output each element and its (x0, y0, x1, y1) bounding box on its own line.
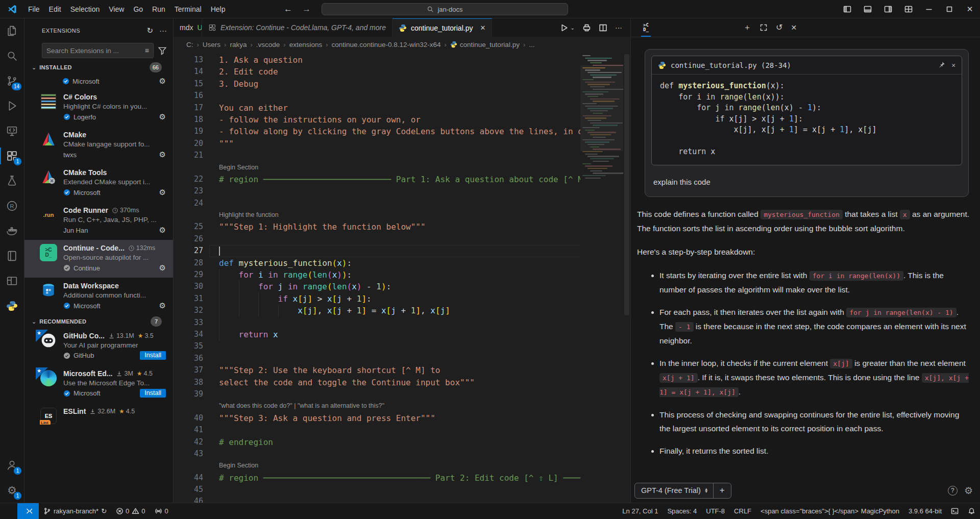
activity-docker[interactable] (0, 218, 24, 243)
activity-accounts[interactable]: 1 (0, 453, 24, 478)
nav-back-icon[interactable]: ← (284, 0, 292, 18)
code-editor[interactable]: 131. Ask a question142. Edit code153. De… (174, 52, 630, 503)
run-python-file-icon[interactable] (560, 23, 569, 32)
tab-mdx[interactable]: mdx U (174, 18, 202, 37)
settings-gear-icon[interactable]: ⚙ (964, 485, 973, 497)
menu-file[interactable]: File (23, 5, 44, 13)
continue-tab[interactable]: >CD_ (640, 18, 652, 37)
extension-item-data-workspace[interactable]: Data WorkspaceAdditional common functi..… (24, 278, 173, 315)
new-session-icon[interactable]: ＋ (743, 23, 751, 32)
menu-edit[interactable]: Edit (44, 5, 66, 13)
status-terminal[interactable] (946, 503, 963, 519)
activity-extensions[interactable]: 1 (0, 143, 24, 168)
status-remote-indicator[interactable] (17, 503, 39, 519)
activity-r-language[interactable]: R (0, 193, 24, 218)
breadcrumb-item[interactable]: Users (203, 41, 220, 48)
close-icon[interactable]: ✕ (791, 23, 797, 32)
layout-aux-icon[interactable] (878, 0, 898, 18)
codelens[interactable]: Begin Section (174, 162, 630, 174)
tab-extension-continue-codellama-gpt-4-and-more[interactable]: Extension: Continue - CodeLlama, GPT-4, … (202, 18, 393, 37)
extensions-search-input[interactable]: Search Extensions in ... ≡ (42, 43, 154, 58)
codelens[interactable]: "what does this code do?" | "what is an … (174, 400, 630, 412)
nav-forward-icon[interactable]: → (302, 0, 311, 18)
activity-notebooks[interactable] (0, 243, 24, 268)
activity-testing[interactable] (0, 168, 24, 193)
menu-selection[interactable]: Selection (66, 5, 105, 13)
status-forwarded-ports[interactable]: 0 (150, 503, 173, 519)
section-installed[interactable]: ⌄ INSTALLED 66 (24, 61, 173, 73)
menu-terminal[interactable]: Terminal (170, 5, 206, 13)
extension-item-eslint[interactable]: ESLintESLint32.6M★ 4.5 (24, 403, 173, 441)
status-source-control-branch[interactable]: rakyan-branch*↻ (39, 503, 111, 519)
menu-view[interactable]: View (104, 5, 129, 13)
breadcrumb-item[interactable]: .vscode (256, 41, 280, 48)
install-button[interactable]: Install (140, 389, 166, 398)
menu-go[interactable]: Go (129, 5, 148, 13)
filter-list-icon[interactable]: ≡ (145, 46, 149, 55)
manage-gear-icon[interactable]: ⚙ (159, 226, 166, 235)
breadcrumb-item[interactable]: ... (529, 41, 534, 48)
status-notifications[interactable] (963, 503, 980, 519)
close-icon[interactable]: ✕ (480, 24, 485, 32)
menu-run[interactable]: Run (148, 5, 170, 13)
activity-window-layout[interactable] (0, 268, 24, 293)
refresh-icon[interactable]: ↻ (146, 26, 153, 35)
activity-run-and-debug[interactable] (0, 93, 24, 118)
extension-item-c-colors[interactable]: C# ColorsHighlight C# colors in you...Lo… (24, 89, 173, 127)
pin-icon[interactable] (938, 61, 945, 68)
help-icon[interactable]: ? (948, 486, 958, 496)
print-icon[interactable] (582, 23, 591, 32)
filter-funnel-icon[interactable] (158, 46, 167, 55)
extension-item-code-runner[interactable]: .runCode Runner370msRun C, C++, Java, JS… (24, 202, 173, 240)
close-icon[interactable]: ✕ (951, 61, 955, 69)
manage-gear-icon[interactable]: ⚙ (159, 263, 166, 273)
more-actions-icon[interactable]: ··· (615, 23, 622, 32)
breadcrumb-item[interactable]: extensions (289, 41, 323, 48)
breadcrumb-item[interactable]: C: (186, 41, 193, 48)
extension-item[interactable]: Microsoft⚙ (24, 73, 173, 89)
maximize-icon[interactable] (939, 0, 960, 18)
status-cursor-position[interactable]: Ln 27, Col 1 (618, 503, 663, 519)
layout-sidebar-icon[interactable] (837, 0, 857, 18)
breadcrumb-item[interactable]: rakya (230, 41, 247, 48)
install-button[interactable]: Install (140, 351, 166, 360)
fullscreen-icon[interactable] (760, 23, 768, 32)
extension-item-continue-code-[interactable]: >CD_Continue - Code...132msOpen-source a… (24, 240, 173, 278)
chevron-down-icon[interactable]: ⌄ (571, 25, 575, 31)
editor-scrollbar[interactable] (623, 52, 630, 503)
manage-gear-icon[interactable]: ⚙ (159, 77, 166, 86)
menu-help[interactable]: Help (206, 5, 230, 13)
extension-item-github-co-[interactable]: ★GitHub Co...13.1M★ 3.5Your AI pair prog… (24, 328, 173, 365)
extension-item-cmake-tools[interactable]: CMake ToolsExtended CMake support i...Mi… (24, 164, 173, 202)
codelens[interactable]: Begin Section (174, 460, 630, 472)
status-end-of-line[interactable]: CRLF (729, 503, 756, 519)
more-actions-icon[interactable]: ··· (159, 26, 167, 35)
manage-gear-icon[interactable]: ⚙ (159, 112, 166, 121)
activity-python-environment[interactable] (0, 293, 24, 318)
activity-remote-explorer[interactable] (0, 118, 24, 143)
activity-search[interactable] (0, 43, 24, 68)
command-center-search[interactable]: jan-docs (322, 3, 568, 15)
extension-item-cmake[interactable]: CMakeCMake langage support fo...twxs⚙ (24, 127, 173, 164)
activity-source-control[interactable]: 14 (0, 68, 24, 93)
close-icon[interactable]: ✕ (960, 0, 980, 18)
minimap[interactable] (580, 52, 623, 503)
breadcrumb-item[interactable]: continue_tutorial.py (450, 41, 520, 48)
minimize-icon[interactable] (919, 0, 939, 18)
tab-continue-tutorial-py[interactable]: continue_tutorial.py✕ (393, 18, 492, 37)
status-language-mode[interactable]: <span class="braces">{ }</span>MagicPyth… (756, 503, 904, 519)
manage-gear-icon[interactable]: ⚙ (159, 301, 166, 310)
split-editor-icon[interactable] (599, 23, 607, 32)
status-python-interpreter[interactable]: 3.9.6 64-bit (904, 503, 946, 519)
add-model-button[interactable]: + (713, 483, 731, 498)
history-icon[interactable]: ↺ (776, 23, 782, 32)
layout-panel-icon[interactable] (857, 0, 878, 18)
manage-gear-icon[interactable]: ⚙ (159, 150, 166, 159)
breadcrumb-item[interactable]: continue.continue-0.8.12-win32-x64 (332, 41, 441, 48)
status-encoding[interactable]: UTF-8 (701, 503, 729, 519)
activity-explorer[interactable] (0, 18, 24, 43)
model-selector[interactable]: GPT-4 (Free Trial) ▲▼ + (634, 483, 731, 499)
manage-gear-icon[interactable]: ⚙ (159, 188, 166, 197)
activity-settings[interactable]: ⚙1 (0, 478, 24, 503)
extension-item-microsoft-ed-[interactable]: ★Microsoft Ed...3M★ 4.5Use the Microsoft… (24, 365, 173, 403)
